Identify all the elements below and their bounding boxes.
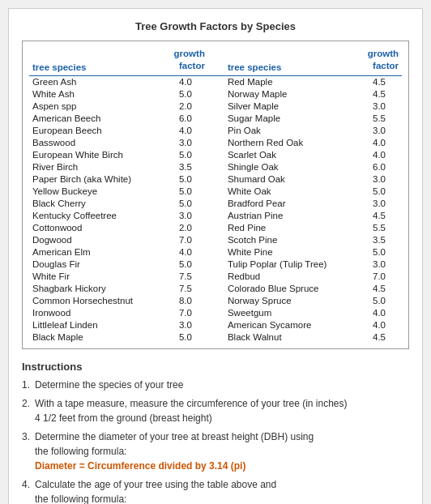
species2: Red Pine (224, 222, 356, 234)
table-row: Cottonwood 2.0 Red Pine 5.5 (29, 222, 402, 234)
species1: Shagbark Hickory (29, 283, 162, 295)
factor1: 8.0 (162, 295, 208, 307)
factor2: 5.0 (356, 186, 402, 198)
table-row: European White Birch 5.0 Scarlet Oak 4.0 (29, 149, 402, 161)
page-title: Tree Growth Factors by Species (22, 20, 409, 32)
table-row: White Fir 7.5 Redbud 7.0 (29, 271, 402, 283)
species1: Douglas Fir (29, 258, 162, 271)
col4-header: growth factor (356, 46, 402, 75)
factor2: 5.0 (356, 246, 402, 258)
factor1: 5.0 (162, 186, 208, 198)
species1: Cottonwood (29, 222, 162, 234)
factor2: 3.0 (356, 258, 402, 271)
species1: Green Ash (29, 75, 162, 88)
factor1: 3.0 (162, 137, 208, 149)
species1: White Fir (29, 271, 162, 283)
species2: Sugar Maple (224, 113, 356, 125)
factor2: 3.0 (356, 173, 402, 186)
factor2: 3.5 (356, 234, 402, 246)
factor1: 4.0 (162, 75, 208, 88)
factor2: 4.0 (356, 307, 402, 319)
species1: American Beech (29, 113, 162, 125)
table-row: Yellow Buckeye 5.0 White Oak 5.0 (29, 186, 402, 198)
species1: Yellow Buckeye (29, 186, 162, 198)
species2: Black Walnut (224, 331, 356, 344)
col3-header: tree species (224, 46, 356, 75)
factor2: 4.0 (356, 137, 402, 149)
factor1: 7.5 (162, 271, 208, 283)
table-row: Kentucky Coffeetree 3.0 Austrian Pine 4.… (29, 210, 402, 222)
table-row: Ironwood 7.0 Sweetgum 4.0 (29, 307, 402, 319)
species1: Black Cherry (29, 198, 162, 210)
species2: Shumard Oak (224, 173, 356, 186)
instructions-section: Instructions 1. Determine the species of… (22, 361, 409, 504)
species1: Basswood (29, 137, 162, 149)
factor1: 7.0 (162, 234, 208, 246)
species1: Aspen spp (29, 100, 162, 113)
step-1: 1. Determine the species of your tree (22, 378, 409, 392)
species2: Sweetgum (224, 307, 356, 319)
instructions-title: Instructions (22, 361, 409, 373)
table-row: American Beech 6.0 Sugar Maple 5.5 (29, 113, 402, 125)
factor2: 7.0 (356, 271, 402, 283)
step-2: 2. With a tape measure, measure the circ… (22, 396, 409, 425)
factor1: 3.5 (162, 161, 208, 173)
species1: European White Birch (29, 149, 162, 161)
species2: Austrian Pine (224, 210, 356, 222)
table-row: Black Maple 5.0 Black Walnut 4.5 (29, 331, 402, 344)
factor1: 5.0 (162, 198, 208, 210)
factor1: 3.0 (162, 210, 208, 222)
table-row: American Elm 4.0 White Pine 5.0 (29, 246, 402, 258)
factor2: 4.0 (356, 149, 402, 161)
factor2: 3.0 (356, 198, 402, 210)
species1: American Elm (29, 246, 162, 258)
step-3: 3. Determine the diameter of your tree a… (22, 429, 409, 473)
table-row: Shagbark Hickory 7.5 Colorado Blue Spruc… (29, 283, 402, 295)
table-row: Paper Birch (aka White) 5.0 Shumard Oak … (29, 173, 402, 186)
factor1: 6.0 (162, 113, 208, 125)
species2: Red Maple (224, 75, 356, 88)
factor1: 7.0 (162, 307, 208, 319)
factor2: 4.0 (356, 319, 402, 331)
factor2: 6.0 (356, 161, 402, 173)
species-table: tree species growth factor tree species … (29, 46, 402, 344)
table-row: Common Horsechestnut 8.0 Norway Spruce 5… (29, 295, 402, 307)
factor1: 4.0 (162, 125, 208, 137)
table-row: Basswood 3.0 Northern Red Oak 4.0 (29, 137, 402, 149)
table-container: tree species growth factor tree species … (22, 41, 409, 349)
species2: Bradford Pear (224, 198, 356, 210)
species2: Pin Oak (224, 125, 356, 137)
species1: Common Horsechestnut (29, 295, 162, 307)
table-row: Douglas Fir 5.0 Tulip Poplar (Tulip Tree… (29, 258, 402, 271)
factor2: 4.5 (356, 331, 402, 344)
species2: White Pine (224, 246, 356, 258)
species1: Kentucky Coffeetree (29, 210, 162, 222)
col1-header: tree species (29, 46, 162, 75)
factor1: 3.0 (162, 319, 208, 331)
factor1: 5.0 (162, 258, 208, 271)
table-row: European Beech 4.0 Pin Oak 3.0 (29, 125, 402, 137)
species2: Scotch Pine (224, 234, 356, 246)
species2: Silver Maple (224, 100, 356, 113)
species1: Littleleaf Linden (29, 319, 162, 331)
factor2: 4.5 (356, 88, 402, 100)
species1: White Ash (29, 88, 162, 100)
factor1: 2.0 (162, 222, 208, 234)
species1: European Beech (29, 125, 162, 137)
step-4: 4. Calculate the age of your tree using … (22, 477, 409, 504)
factor1: 2.0 (162, 100, 208, 113)
species2: Northern Red Oak (224, 137, 356, 149)
table-row: Aspen spp 2.0 Silver Maple 3.0 (29, 100, 402, 113)
species1: Dogwood (29, 234, 162, 246)
factor1: 4.0 (162, 246, 208, 258)
page: Tree Growth Factors by Species tree spec… (8, 8, 423, 504)
species2: Norway Maple (224, 88, 356, 100)
instructions-list: 1. Determine the species of your tree 2.… (22, 378, 409, 504)
col2-header: growth factor (162, 46, 208, 75)
factor2: 4.5 (356, 210, 402, 222)
table-row: Black Cherry 5.0 Bradford Pear 3.0 (29, 198, 402, 210)
factor1: 5.0 (162, 88, 208, 100)
table-row: Green Ash 4.0 Red Maple 4.5 (29, 75, 402, 88)
species2: White Oak (224, 186, 356, 198)
factor2: 5.5 (356, 113, 402, 125)
